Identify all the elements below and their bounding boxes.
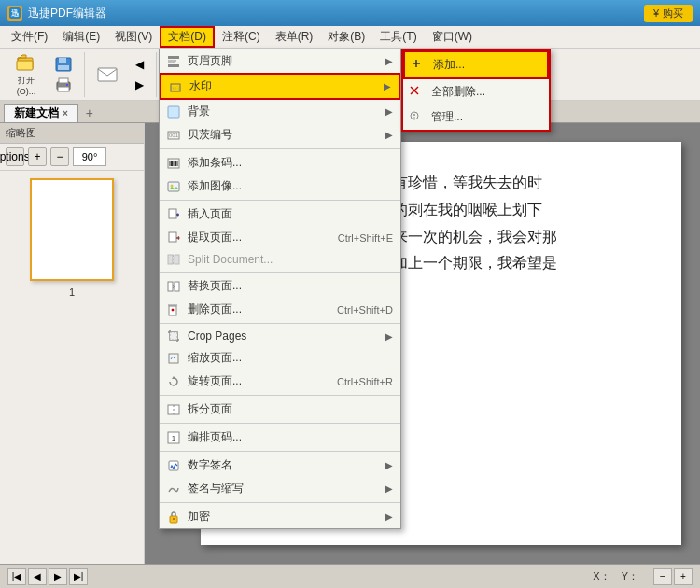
sidebar-header: 缩略图 (0, 123, 144, 144)
prev-icon: ◀ (135, 58, 144, 71)
thumbnail-area: 1 (0, 171, 144, 564)
svg-rect-63 (168, 282, 173, 291)
menu-item-split-doc: Split Document... (160, 249, 400, 270)
sep-4 (160, 323, 400, 324)
svg-rect-69 (169, 354, 178, 363)
menu-file[interactable]: 文件(F) (4, 26, 55, 48)
yen-icon: ¥ (653, 7, 659, 19)
svg-rect-5 (59, 58, 66, 63)
tab-new-doc[interactable]: 新建文档 × (4, 104, 78, 122)
menu-edit[interactable]: 编辑(E) (55, 26, 107, 48)
menu-item-insert-page[interactable]: 插入页面 (160, 203, 400, 226)
menu-window[interactable]: 窗口(W) (425, 26, 480, 48)
menu-item-sign-abbr[interactable]: 签名与缩写 ▶ (160, 477, 400, 500)
print-button[interactable] (47, 76, 80, 94)
toolbar-group-file: 打开(O)... (4, 52, 85, 97)
menu-item-encrypt[interactable]: 加密 ▶ (160, 505, 400, 528)
tab-close-icon[interactable]: × (63, 108, 68, 119)
arrow-sign: ▶ (385, 483, 393, 494)
print-icon (55, 77, 72, 92)
arrow-icon-3: ▶ (385, 130, 393, 140)
menu-item-delete-page[interactable]: 删除页面... Ctrl+Shift+D (160, 298, 400, 321)
menu-item-add-image[interactable]: 添加图像... (160, 175, 400, 198)
svg-rect-60 (168, 255, 173, 264)
svg-rect-3 (17, 61, 33, 70)
rotation-input[interactable] (73, 147, 106, 166)
svg-text:水印: 水印 (170, 86, 181, 91)
sep-6 (160, 423, 400, 424)
menu-item-crop-pages[interactable]: Crop Pages ▶ (160, 326, 400, 346)
split-doc-icon (165, 251, 182, 268)
sidebar-controls: Options... + − (0, 144, 144, 171)
prev-page-button[interactable]: ◀ (126, 55, 152, 74)
svg-text:1: 1 (172, 434, 176, 442)
menu-item-replace-page[interactable]: 替换页面... (160, 274, 400, 298)
zoom-out-status[interactable]: − (653, 568, 672, 585)
menu-item-header-footer[interactable]: 页眉页脚 ▶ (160, 49, 400, 73)
prev-status-button[interactable]: ◀ (28, 568, 47, 585)
title-bar-right: ¥ 购买 (644, 5, 693, 22)
email-icon (96, 63, 119, 86)
page-thumbnail[interactable] (30, 178, 114, 281)
options-button[interactable]: Options... (6, 147, 24, 166)
menu-item-page-number[interactable]: 1 编排页码... (160, 426, 400, 449)
sign-abbr-icon (165, 481, 182, 497)
menu-item-bates[interactable]: 001 贝茨编号 ▶ (160, 123, 400, 147)
sidebar: 缩略图 Options... + − 1 (0, 123, 145, 564)
next-page-button[interactable]: ▶ (126, 76, 152, 94)
tab-add-button[interactable]: + (78, 104, 101, 122)
arrow-icon-1: ▶ (384, 81, 391, 91)
save-button[interactable] (47, 55, 80, 74)
svg-rect-9 (58, 87, 69, 91)
menu-item-digital-sign[interactable]: 数字签名 ▶ (160, 454, 400, 477)
menu-item-extract-page[interactable]: 提取页面... Ctrl+Shift+E (160, 226, 400, 249)
watermark-delete-all-item[interactable]: 全部删除... (403, 79, 549, 105)
crop-icon (165, 328, 182, 344)
title-bar-left: 迅 迅捷PDF编辑器 (7, 6, 106, 21)
sep-2 (160, 200, 400, 201)
menu-object[interactable]: 对象(B) (320, 26, 372, 48)
open-button[interactable]: 打开(O)... (7, 54, 45, 95)
toolbar-group-nav: ◀ ▶ (87, 52, 157, 97)
buy-button[interactable]: ¥ 购买 (644, 5, 693, 22)
menu-item-add-barcode[interactable]: 添加条码... (160, 151, 400, 175)
email-button[interactable] (91, 54, 124, 95)
background-icon (165, 104, 182, 120)
menu-item-watermark[interactable]: 水印 水印 ▶ (160, 73, 400, 100)
menu-item-split-page[interactable]: 拆分页面 (160, 398, 400, 421)
page-number: 1 (69, 287, 75, 298)
menu-item-background[interactable]: 背景 ▶ (160, 100, 400, 123)
add-watermark-icon (411, 58, 422, 72)
menu-document[interactable]: 文档(D) (160, 26, 215, 48)
svg-rect-51 (168, 182, 179, 191)
menu-annotation[interactable]: 注释(C) (215, 26, 268, 48)
menu-table[interactable]: 表单(R) (268, 26, 321, 48)
svg-rect-36 (168, 56, 179, 59)
menu-view[interactable]: 视图(V) (107, 26, 160, 48)
first-page-button[interactable]: |◀ (7, 568, 26, 585)
watermark-submenu: 添加... 全部删除... 管理... (401, 49, 551, 132)
svg-text:迅: 迅 (11, 9, 20, 18)
buy-label: 购买 (663, 7, 683, 21)
status-coords: X： Y： (593, 569, 638, 583)
sep-1 (160, 148, 400, 149)
zoom-in-status[interactable]: + (674, 568, 693, 585)
menu-item-rotate-page[interactable]: 旋转页面... Ctrl+Shift+R (160, 370, 400, 393)
menu-item-zoom-page[interactable]: 缩放页面... (160, 346, 400, 370)
watermark-add-item[interactable]: 添加... (403, 50, 549, 79)
arrow-icon-0: ▶ (385, 56, 393, 66)
svg-text:001: 001 (169, 133, 179, 138)
status-bar: |◀ ◀ ▶ ▶| X： Y： − + (0, 564, 700, 588)
next-icon: ▶ (135, 78, 144, 91)
watermark-manage-item[interactable]: 管理... (403, 105, 549, 130)
menu-tools[interactable]: 工具(T) (372, 26, 424, 48)
zoom-page-icon (165, 350, 182, 367)
app-title: 迅捷PDF编辑器 (28, 6, 106, 21)
extract-shortcut: Ctrl+Shift+E (338, 232, 393, 244)
save-icon (55, 57, 72, 72)
delete-all-icon (409, 85, 420, 99)
zoom-plus-button[interactable]: + (28, 147, 47, 166)
zoom-minus-button[interactable]: − (50, 147, 69, 166)
next-status-button[interactable]: ▶ (49, 568, 67, 585)
last-page-button[interactable]: ▶| (69, 568, 88, 585)
